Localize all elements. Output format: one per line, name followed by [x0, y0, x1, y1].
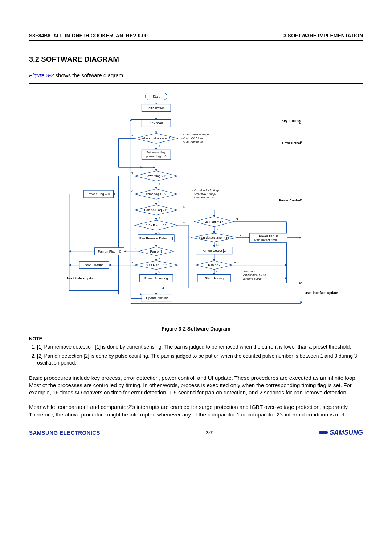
svg-text:N: N [131, 134, 133, 137]
svg-text:N: N [234, 261, 237, 264]
svg-text:Y: Y [131, 190, 133, 193]
svg-text:N: N [131, 172, 133, 175]
body-paragraph: Meanwhile, comparator1 and comparator2's… [29, 403, 363, 418]
svg-text:- Over Pan temp.: - Over Pan temp. [192, 196, 215, 199]
svg-text:Pan detect time > 35: Pan detect time > 35 [199, 236, 229, 239]
svg-text:Pan on Flag = 0: Pan on Flag = 0 [98, 250, 121, 253]
svg-text:N: N [183, 221, 185, 224]
svg-text:(around 500W): (around 500W) [243, 277, 262, 280]
note-list: [1] Pan remove detection [1] is done by … [29, 344, 363, 366]
svg-text:Pan on?: Pan on? [150, 250, 162, 253]
svg-text:N: N [158, 200, 160, 204]
svg-text:- Over/Under Voltage: - Over/Under Voltage [181, 133, 209, 136]
svg-text:Pan on?: Pan on? [208, 263, 220, 267]
svg-text:Power flag=0: Power flag=0 [259, 234, 278, 238]
svg-text:N: N [183, 206, 185, 209]
document-header: S3F84B8_ALL-IN-ONE IH COOKER_AN_REV 0.00… [29, 33, 363, 41]
svg-text:- Over IGBT temp.: - Over IGBT temp. [192, 192, 216, 196]
header-right: 3 SOFTWARE IMPLEMENTATION [283, 33, 363, 38]
svg-text:0.1s Flag = 1?: 0.1s Flag = 1? [146, 263, 167, 267]
svg-text:1.5s Flag = 1?: 1.5s Flag = 1? [146, 223, 167, 227]
svg-text:Power flag =1?: Power flag =1? [145, 174, 167, 178]
svg-text:power flag = 0: power flag = 0 [146, 155, 167, 158]
svg-text:Key process: Key process [282, 119, 301, 123]
svg-text:Power Flag = 0: Power Flag = 0 [87, 192, 110, 196]
svg-text:Start: Start [153, 95, 160, 98]
svg-text:N: N [216, 243, 219, 246]
svg-text:Key scan: Key scan [150, 121, 163, 125]
svg-text:Y: Y [240, 233, 242, 237]
svg-text:User interface update: User interface update [66, 276, 95, 280]
svg-text:Y: Y [158, 271, 160, 274]
logo-ellipse-icon [319, 431, 328, 434]
svg-text:- Over Pan temp.: - Over Pan temp. [181, 140, 204, 143]
page-number: 3-2 [206, 430, 213, 435]
svg-text:Pan detect time = 0: Pan detect time = 0 [254, 238, 283, 242]
svg-text:Y: Y [158, 144, 160, 148]
svg-text:Abnormal occured?: Abnormal occured? [142, 136, 170, 140]
svg-text:PWMDATAH = 18: PWMDATAH = 18 [243, 274, 266, 277]
samsung-logo: SAMSUNG [319, 429, 363, 436]
note-item: [2] Pan on detection [2] is done by puls… [37, 353, 363, 366]
svg-text:Update display: Update display [146, 296, 168, 300]
svg-text:Stop Heating: Stop Heating [85, 263, 104, 267]
body-paragraph: Basic procedures include key process, er… [29, 374, 363, 397]
svg-text:N: N [131, 261, 133, 264]
svg-text:Pan on Detect [2]: Pan on Detect [2] [201, 249, 226, 253]
document-footer: SAMSUNG ELECTRONICS 3-2 SAMSUNG [29, 426, 363, 436]
svg-text:Y: Y [158, 216, 160, 219]
intro-text: Figure 3-2 shows the software diagram. [29, 72, 363, 78]
svg-text:Start with: Start with [243, 270, 256, 273]
svg-text:N: N [134, 247, 136, 250]
svg-text:Y: Y [158, 182, 160, 185]
svg-text:Y: Y [216, 271, 219, 274]
footer-brand-left: SAMSUNG ELECTRONICS [29, 430, 100, 436]
svg-text:Y: Y [158, 257, 160, 260]
footer-brand-right-text: SAMSUNG [330, 429, 363, 436]
svg-text:- Over/Under Voltage: - Over/Under Voltage [192, 189, 220, 192]
svg-text:2s Flag = 1?: 2s Flag = 1? [205, 220, 223, 223]
svg-text:Pan Remove Detect [1]: Pan Remove Detect [1] [139, 237, 173, 240]
svg-text:error flag > 0?: error flag > 0? [146, 192, 166, 196]
section-heading: 3.2 SOFTWARE DIAGRAM [29, 55, 363, 63]
svg-text:Power Adjusting: Power Adjusting [144, 276, 168, 280]
svg-text:Error Detect: Error Detect [282, 141, 301, 145]
svg-text:N: N [236, 217, 238, 221]
svg-text:Set error flag;: Set error flag; [146, 151, 166, 154]
svg-text:- Over IGBT temp.: - Over IGBT temp. [181, 136, 205, 140]
header-left: S3F84B8_ALL-IN-ONE IH COOKER_AN_REV 0.00 [29, 33, 148, 38]
svg-text:User interface update: User interface update [305, 291, 338, 295]
figure-container: Start Initialization Key scan Key proces… [29, 83, 363, 320]
figure-caption: Figure 3-2 Software Diagram [29, 326, 363, 332]
svg-text:Y: Y [158, 231, 160, 235]
svg-text:Y: Y [216, 228, 219, 231]
note-item: [1] Pan remove detection [1] is done by … [37, 344, 363, 350]
svg-text:Start Heating: Start Heating [205, 276, 224, 280]
intro-rest: shows the software diagram. [54, 72, 124, 78]
figure-reference-link[interactable]: Figure 3-2 [29, 72, 54, 78]
note-heading: NOTE: [29, 336, 363, 341]
svg-text:Power Control: Power Control [279, 198, 301, 202]
svg-text:Initialization: Initialization [148, 106, 165, 110]
svg-text:Pan on Flag =1?: Pan on Flag =1? [144, 208, 168, 212]
software-flowchart: Start Initialization Key scan Key proces… [33, 87, 359, 316]
